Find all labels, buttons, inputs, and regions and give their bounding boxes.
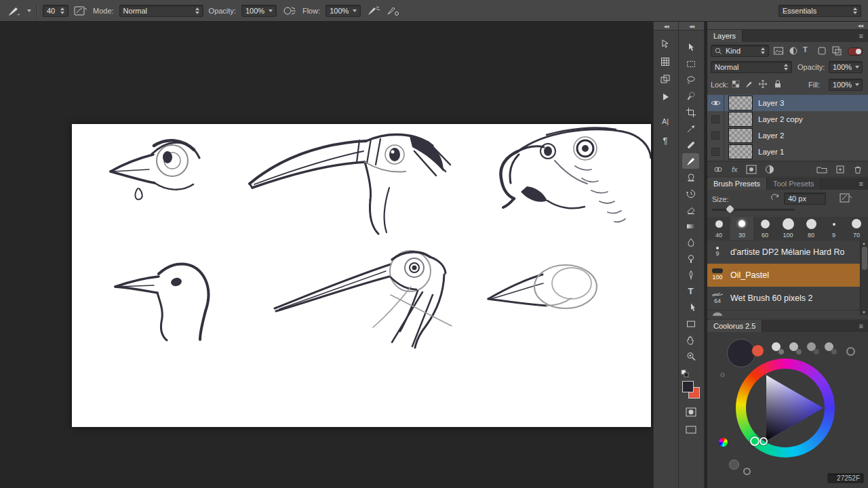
- tab-layers[interactable]: Layers: [707, 30, 743, 42]
- collapse-toolbar-button[interactable]: ◀◀: [679, 22, 704, 30]
- layer-row[interactable]: Layer 2: [707, 127, 868, 144]
- screen-mode-icon[interactable]: [682, 422, 699, 437]
- size-value-field[interactable]: 40 px: [784, 192, 826, 205]
- tool-preset-dropdown-icon[interactable]: [27, 9, 31, 12]
- brush-preset-cell[interactable]: 80: [800, 217, 823, 240]
- filter-type-layers-icon[interactable]: T: [803, 45, 808, 54]
- workspace-switcher[interactable]: Essentials: [778, 5, 861, 17]
- blur-tool[interactable]: [682, 235, 699, 250]
- airbrush-mode-icon[interactable]: [366, 5, 381, 17]
- scroll-down-icon[interactable]: ▼: [862, 310, 866, 314]
- lock-pixels-icon[interactable]: [745, 79, 754, 89]
- secondary-color-swatch[interactable]: [751, 344, 764, 357]
- brush-tool-preview-icon[interactable]: [7, 4, 22, 18]
- brush-list-item[interactable]: 64 Wet Brush 60 pixels 2: [707, 287, 860, 310]
- layer-style-icon[interactable]: fx: [732, 165, 738, 174]
- delete-layer-icon[interactable]: [853, 165, 863, 174]
- mini-wheel-icon[interactable]: [719, 438, 728, 447]
- brush-preset-cell[interactable]: 100: [776, 217, 800, 240]
- link-layers-icon[interactable]: [713, 165, 724, 174]
- type-tool[interactable]: T: [682, 283, 699, 299]
- actions-panel-icon[interactable]: [657, 89, 673, 104]
- gradient-tool[interactable]: [682, 218, 699, 234]
- eraser-tool[interactable]: [682, 202, 699, 218]
- filter-smart-objects-icon[interactable]: [831, 45, 842, 56]
- brush-preset-cell-selected[interactable]: 30: [730, 217, 754, 240]
- brush-preset-cell[interactable]: 60: [753, 217, 777, 240]
- history-brush-tool[interactable]: [682, 186, 699, 201]
- brush-list-item[interactable]: 9 d'artiste DP2 Mélanie Hard Ro: [707, 241, 860, 264]
- character-panel-icon[interactable]: A|: [657, 114, 673, 129]
- lasso-tool[interactable]: [682, 72, 699, 87]
- sv-marker[interactable]: [760, 437, 768, 445]
- filter-adjustment-layers-icon[interactable]: [788, 45, 799, 56]
- brush-size-spinner[interactable]: 40: [43, 5, 68, 17]
- path-selection-tool[interactable]: [682, 300, 699, 315]
- paragraph-panel-icon[interactable]: ¶: [657, 133, 673, 148]
- coolorus-panel-menu-icon[interactable]: ≡: [854, 320, 868, 332]
- new-layer-icon[interactable]: [835, 165, 845, 174]
- layer-row[interactable]: Layer 1: [707, 144, 868, 161]
- mode-select[interactable]: Normal: [119, 5, 203, 17]
- tab-coolorus[interactable]: Coolorus 2.5: [707, 320, 762, 332]
- tab-brush-presets[interactable]: Brush Presets: [707, 178, 767, 190]
- color-history-dot[interactable]: [796, 349, 802, 354]
- airbrush-opacity-pressure-icon[interactable]: [282, 5, 297, 17]
- brightness-icon[interactable]: ☼: [719, 369, 726, 379]
- healing-brush-tool[interactable]: [682, 137, 699, 152]
- zoom-tool[interactable]: [682, 348, 699, 364]
- coolorus-option-dot[interactable]: [743, 468, 751, 475]
- brush-list-partial-row[interactable]: [707, 310, 860, 316]
- filter-pixel-layers-icon[interactable]: [773, 45, 784, 56]
- marquee-tool[interactable]: [682, 56, 699, 71]
- layer-thumbnail[interactable]: [728, 128, 753, 143]
- layer-thumbnail[interactable]: [728, 144, 753, 159]
- visibility-toggle[interactable]: [707, 144, 724, 160]
- filter-toggle-switch[interactable]: [848, 47, 863, 56]
- toggle-brush-panel-icon[interactable]: [74, 5, 87, 17]
- brush-list-scrollbar[interactable]: ▲ ▼: [860, 241, 868, 315]
- layer-row[interactable]: Layer 2 copy: [707, 111, 868, 128]
- brush-panel-menu-icon[interactable]: ≡: [854, 178, 868, 190]
- lock-transparency-icon[interactable]: [731, 79, 741, 89]
- color-history-dot[interactable]: [814, 349, 819, 354]
- layers-panel-menu-icon[interactable]: ≡: [854, 30, 868, 42]
- color-history-dot[interactable]: [846, 347, 855, 356]
- histogram-panel-icon[interactable]: [657, 54, 673, 69]
- transform-panel-icon[interactable]: [657, 37, 673, 52]
- filter-shape-layers-icon[interactable]: [816, 45, 827, 56]
- brush-pressure-size-icon[interactable]: [387, 5, 400, 17]
- hand-tool[interactable]: [682, 332, 699, 348]
- add-mask-icon[interactable]: [746, 165, 757, 174]
- new-adjustment-layer-icon[interactable]: [765, 165, 774, 174]
- collapse-panels-button[interactable]: ◀◀: [707, 22, 868, 30]
- visibility-toggle[interactable]: [707, 95, 724, 111]
- hue-marker[interactable]: [750, 436, 760, 446]
- size-slider[interactable]: [712, 209, 795, 211]
- color-history-dot[interactable]: [831, 349, 837, 354]
- brush-list-item-selected[interactable]: 100 Oil_Pastel: [707, 264, 860, 287]
- document-canvas[interactable]: [72, 124, 651, 427]
- collapse-dock-button[interactable]: ◀◀: [654, 22, 678, 30]
- quick-mask-icon[interactable]: [682, 404, 699, 420]
- layer-row[interactable]: Layer 3: [707, 95, 868, 112]
- foreground-color-swatch[interactable]: [682, 381, 694, 392]
- layer-filter-kind-select[interactable]: Kind: [711, 45, 769, 57]
- brush-preset-cell[interactable]: 70: [845, 217, 868, 240]
- visibility-toggle[interactable]: [707, 127, 724, 144]
- visibility-toggle[interactable]: [707, 111, 724, 127]
- coolorus-option-dot[interactable]: [729, 460, 739, 470]
- lock-position-icon[interactable]: [758, 79, 768, 89]
- new-group-icon[interactable]: [816, 165, 827, 174]
- scrollbar-thumb[interactable]: [862, 247, 867, 270]
- quick-selection-tool[interactable]: [682, 88, 699, 104]
- layer-thumbnail[interactable]: [728, 112, 753, 127]
- opacity-select[interactable]: 100%: [241, 5, 277, 17]
- hex-value-field[interactable]: 27252F: [827, 473, 864, 483]
- blend-mode-select[interactable]: Normal: [711, 61, 792, 73]
- crop-tool[interactable]: [682, 104, 699, 120]
- clone-stamp-tool[interactable]: [682, 169, 699, 185]
- lock-all-icon[interactable]: [773, 79, 783, 89]
- reset-size-icon[interactable]: [770, 194, 781, 203]
- layers-opacity-select[interactable]: 100%: [829, 61, 863, 73]
